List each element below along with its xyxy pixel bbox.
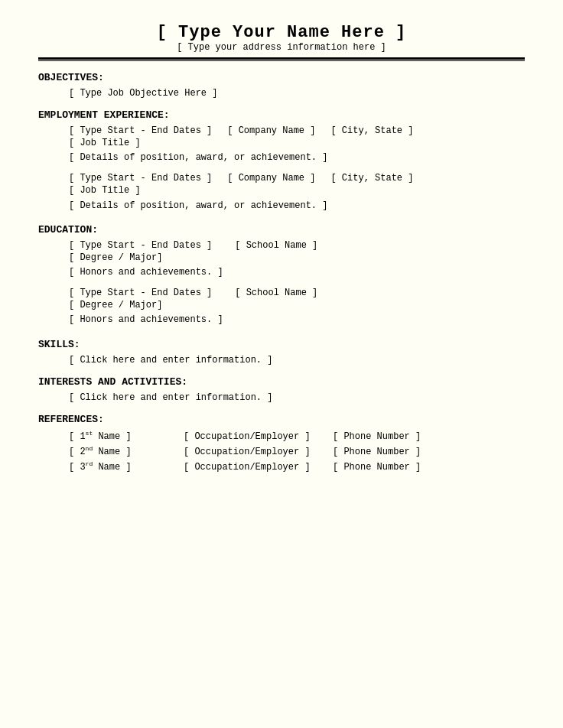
exp1-city[interactable]: [ City, State ] xyxy=(330,125,413,136)
edu1-school[interactable]: [ School Name ] xyxy=(235,240,317,251)
ref2-phone[interactable]: [ Phone Number ] xyxy=(333,447,425,457)
header-section: [ Type Your Name Here ] [ Type your addr… xyxy=(38,23,525,53)
skills-section: SKILLS: [ Click here and enter informati… xyxy=(38,339,525,366)
ref3-name[interactable]: [ 3rd Name ] xyxy=(69,460,168,473)
references-content: [ 1st Name ] [ Occupation/Employer ] [ P… xyxy=(38,430,525,473)
header-divider-thick xyxy=(38,57,525,60)
exp2-dates[interactable]: [ Type Start - End Dates ] xyxy=(69,173,212,184)
references-title: REFERENCES: xyxy=(38,414,525,425)
experience-entry-1: [ Type Start - End Dates ] [ Company Nam… xyxy=(69,125,525,165)
skills-title: SKILLS: xyxy=(38,339,525,350)
exp1-details[interactable]: [ Details of position, award, or achieve… xyxy=(69,151,525,165)
interests-text[interactable]: [ Click here and enter information. ] xyxy=(69,392,525,403)
header-divider-thin xyxy=(38,60,525,61)
objectives-section: OBJECTIVES: [ Type Job Objective Here ] xyxy=(38,72,525,99)
interests-section: INTERESTS AND ACTIVITIES: [ Click here a… xyxy=(38,376,525,403)
edu2-dates[interactable]: [ Type Start - End Dates ] xyxy=(69,288,212,298)
interests-content: [ Click here and enter information. ] xyxy=(38,392,525,403)
ref3-occupation[interactable]: [ Occupation/Employer ] xyxy=(184,462,317,473)
skills-content: [ Click here and enter information. ] xyxy=(38,355,525,366)
name-title[interactable]: [ Type Your Name Here ] xyxy=(38,23,525,42)
education-entry-2: [ Type Start - End Dates ] [ School Name… xyxy=(69,288,525,327)
education-row-1: [ Type Start - End Dates ] [ School Name… xyxy=(69,240,525,251)
exp2-city[interactable]: [ City, State ] xyxy=(330,173,413,184)
ref3-phone[interactable]: [ Phone Number ] xyxy=(333,462,425,473)
edu2-honors[interactable]: [ Honors and achievements. ] xyxy=(69,313,525,327)
reference-row-2: [ 2nd Name ] [ Occupation/Employer ] [ P… xyxy=(69,445,525,457)
experience-row-2: [ Type Start - End Dates ] [ Company Nam… xyxy=(69,173,525,184)
exp2-title[interactable]: [ Job Title ] xyxy=(69,184,525,198)
education-entry-1: [ Type Start - End Dates ] [ School Name… xyxy=(69,240,525,280)
objectives-text[interactable]: [ Type Job Objective Here ] xyxy=(69,88,525,99)
resume-paper: [ Type Your Name Here ] [ Type your addr… xyxy=(0,0,563,728)
exp2-details[interactable]: [ Details of position, award, or achieve… xyxy=(69,199,525,213)
experience-row-1: [ Type Start - End Dates ] [ Company Nam… xyxy=(69,125,525,136)
education-row-2: [ Type Start - End Dates ] [ School Name… xyxy=(69,288,525,298)
ref2-name[interactable]: [ 2nd Name ] xyxy=(69,445,168,457)
reference-row-1: [ 1st Name ] [ Occupation/Employer ] [ P… xyxy=(69,430,525,442)
edu2-degree[interactable]: [ Degree / Major] xyxy=(69,298,525,313)
exp1-title[interactable]: [ Job Title ] xyxy=(69,136,525,151)
education-section: EDUCATION: [ Type Start - End Dates ] [ … xyxy=(38,224,525,328)
ref1-phone[interactable]: [ Phone Number ] xyxy=(333,431,425,442)
ref1-occupation[interactable]: [ Occupation/Employer ] xyxy=(184,431,317,442)
page-container: [ Type Your Name Here ] [ Type your addr… xyxy=(0,0,563,728)
employment-section: EMPLOYMENT EXPERIENCE: [ Type Start - En… xyxy=(38,109,525,213)
employment-title: EMPLOYMENT EXPERIENCE: xyxy=(38,109,525,121)
ref2-occupation[interactable]: [ Occupation/Employer ] xyxy=(184,447,317,457)
interests-title: INTERESTS AND ACTIVITIES: xyxy=(38,376,525,388)
exp2-company[interactable]: [ Company Name ] xyxy=(227,173,315,184)
references-section: REFERENCES: [ 1st Name ] [ Occupation/Em… xyxy=(38,414,525,473)
objectives-content: [ Type Job Objective Here ] xyxy=(38,88,525,99)
ref1-name[interactable]: [ 1st Name ] xyxy=(69,430,168,442)
edu2-school[interactable]: [ School Name ] xyxy=(235,288,317,298)
edu1-dates[interactable]: [ Type Start - End Dates ] xyxy=(69,240,212,251)
address-line[interactable]: [ Type your address information here ] xyxy=(38,42,525,53)
exp1-company[interactable]: [ Company Name ] xyxy=(227,125,315,136)
education-title: EDUCATION: xyxy=(38,224,525,236)
objectives-title: OBJECTIVES: xyxy=(38,72,525,83)
edu1-degree[interactable]: [ Degree / Major] xyxy=(69,251,525,265)
exp1-dates[interactable]: [ Type Start - End Dates ] xyxy=(69,125,212,136)
skills-text[interactable]: [ Click here and enter information. ] xyxy=(69,355,525,366)
reference-row-3: [ 3rd Name ] [ Occupation/Employer ] [ P… xyxy=(69,460,525,473)
employment-content: [ Type Start - End Dates ] [ Company Nam… xyxy=(38,125,525,213)
education-content: [ Type Start - End Dates ] [ School Name… xyxy=(38,240,525,328)
experience-entry-2: [ Type Start - End Dates ] [ Company Nam… xyxy=(69,173,525,213)
edu1-honors[interactable]: [ Honors and achievements. ] xyxy=(69,265,525,280)
